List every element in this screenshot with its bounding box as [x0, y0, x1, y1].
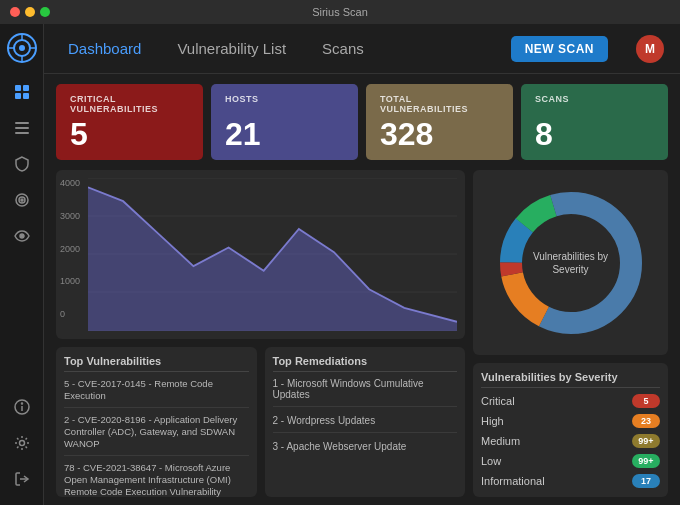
svg-point-2: [19, 45, 25, 51]
chart-svg-area: [88, 178, 457, 331]
vuln-item-0: 5 - CVE-2017-0145 - Remote Code Executio…: [64, 378, 249, 408]
severity-badge-high: 23: [632, 414, 660, 428]
svg-rect-7: [15, 85, 21, 91]
stat-value-total: 328: [380, 118, 499, 150]
y-label-1000: 1000: [60, 276, 80, 286]
top-rem-title: Top Remediations: [273, 355, 458, 372]
nav-dashboard[interactable]: Dashboard: [60, 36, 149, 61]
nav-vulnerability-list[interactable]: Vulnerability List: [169, 36, 294, 61]
rem-item-0: 1 - Microsoft Windows Cumulative Updates: [273, 378, 458, 407]
severity-label-high: High: [481, 415, 561, 427]
user-avatar[interactable]: M: [636, 35, 664, 63]
y-label-2000: 2000: [60, 244, 80, 254]
minimize-dot[interactable]: [25, 7, 35, 17]
sidebar-bottom: [6, 391, 38, 505]
svg-point-17: [20, 234, 24, 238]
top-vuln-title: Top Vulnerabilities: [64, 355, 249, 372]
svg-rect-8: [23, 85, 29, 91]
severity-row-high: High 23: [481, 414, 660, 428]
header: Dashboard Vulnerability List Scans NEW S…: [44, 24, 680, 74]
severity-label-low: Low: [481, 455, 561, 467]
stat-value-critical: 5: [70, 118, 189, 150]
close-dot[interactable]: [10, 7, 20, 17]
sidebar-icon-logout[interactable]: [6, 463, 38, 495]
severity-table-title: Vulnerabilities by Severity: [481, 371, 660, 388]
vuln-item-1: 2 - CVE-2020-8196 - Application Delivery…: [64, 414, 249, 456]
y-label-0: 0: [60, 309, 80, 319]
severity-row-critical: Critical 5: [481, 394, 660, 408]
svg-rect-12: [15, 127, 29, 129]
sidebar-icon-shield[interactable]: [6, 148, 38, 180]
severity-row-low: Low 99+: [481, 454, 660, 468]
severity-label-critical: Critical: [481, 395, 561, 407]
app-logo[interactable]: [6, 32, 38, 64]
nav-scans[interactable]: Scans: [314, 36, 372, 61]
severity-row-medium: Medium 99+: [481, 434, 660, 448]
stat-label-critical: CRITICAL VULNERABILITIES: [70, 94, 189, 114]
window-title: Sirius Scan: [312, 6, 368, 18]
severity-table-panel: Vulnerabilities by Severity Critical 5 H…: [473, 363, 668, 497]
donut-chart-svg: [486, 178, 656, 348]
stat-card-scans: SCANS 8: [521, 84, 668, 160]
svg-rect-13: [15, 132, 29, 134]
title-bar: Sirius Scan: [0, 0, 680, 24]
severity-badge-critical: 5: [632, 394, 660, 408]
stat-label-hosts: HOSTS: [225, 94, 344, 104]
severity-badge-medium: 99+: [632, 434, 660, 448]
sidebar-icon-dashboard[interactable]: [6, 76, 38, 108]
rem-item-2: 3 - Apache Webserver Update: [273, 441, 458, 458]
window-controls: [10, 7, 50, 17]
svg-rect-10: [23, 93, 29, 99]
svg-rect-9: [15, 93, 21, 99]
svg-rect-11: [15, 122, 29, 124]
bottom-panels: Top Vulnerabilities 5 - CVE-2017-0145 - …: [56, 347, 465, 497]
left-panel: 4000 3000 2000 1000 0: [56, 170, 465, 497]
sidebar-icon-list[interactable]: [6, 112, 38, 144]
sidebar: [0, 24, 44, 505]
svg-point-21: [19, 441, 24, 446]
content-area: 4000 3000 2000 1000 0: [44, 170, 680, 505]
stat-card-total: TOTAL VULNERABILITIES 328: [366, 84, 513, 160]
main-content: Dashboard Vulnerability List Scans NEW S…: [44, 24, 680, 505]
severity-label-info: Informational: [481, 475, 561, 487]
sidebar-icon-settings[interactable]: [6, 427, 38, 459]
severity-row-info: Informational 17: [481, 474, 660, 488]
stat-card-hosts: HOSTS 21: [211, 84, 358, 160]
app-layout: Dashboard Vulnerability List Scans NEW S…: [0, 24, 680, 505]
chart-y-labels: 4000 3000 2000 1000 0: [60, 178, 80, 319]
severity-label-medium: Medium: [481, 435, 561, 447]
stat-label-scans: SCANS: [535, 94, 654, 104]
svg-point-16: [21, 199, 23, 201]
vuln-item-2: 78 - CVE-2021-38647 - Microsoft Azure Op…: [64, 462, 249, 497]
top-vulnerabilities-panel: Top Vulnerabilities 5 - CVE-2017-0145 - …: [56, 347, 257, 497]
vulnerability-chart: 4000 3000 2000 1000 0: [56, 170, 465, 339]
donut-chart-container: Vulnerabilities by Severity: [473, 170, 668, 355]
stat-label-total: TOTAL VULNERABILITIES: [380, 94, 499, 114]
stats-row: CRITICAL VULNERABILITIES 5 HOSTS 21 TOTA…: [44, 74, 680, 170]
new-scan-button[interactable]: NEW SCAN: [511, 36, 608, 62]
severity-badge-info: 17: [632, 474, 660, 488]
sidebar-icon-target[interactable]: [6, 184, 38, 216]
stat-value-hosts: 21: [225, 118, 344, 150]
svg-point-20: [21, 403, 22, 404]
y-label-4000: 4000: [60, 178, 80, 188]
top-remediations-panel: Top Remediations 1 - Microsoft Windows C…: [265, 347, 466, 497]
sidebar-icon-eye[interactable]: [6, 220, 38, 252]
severity-badge-low: 99+: [632, 454, 660, 468]
sidebar-icon-info[interactable]: [6, 391, 38, 423]
stat-card-critical: CRITICAL VULNERABILITIES 5: [56, 84, 203, 160]
stat-value-scans: 8: [535, 118, 654, 150]
maximize-dot[interactable]: [40, 7, 50, 17]
rem-item-1: 2 - Wordpress Updates: [273, 415, 458, 433]
y-label-3000: 3000: [60, 211, 80, 221]
right-panel: Vulnerabilities by Severity Vulnerabilit…: [473, 170, 668, 497]
